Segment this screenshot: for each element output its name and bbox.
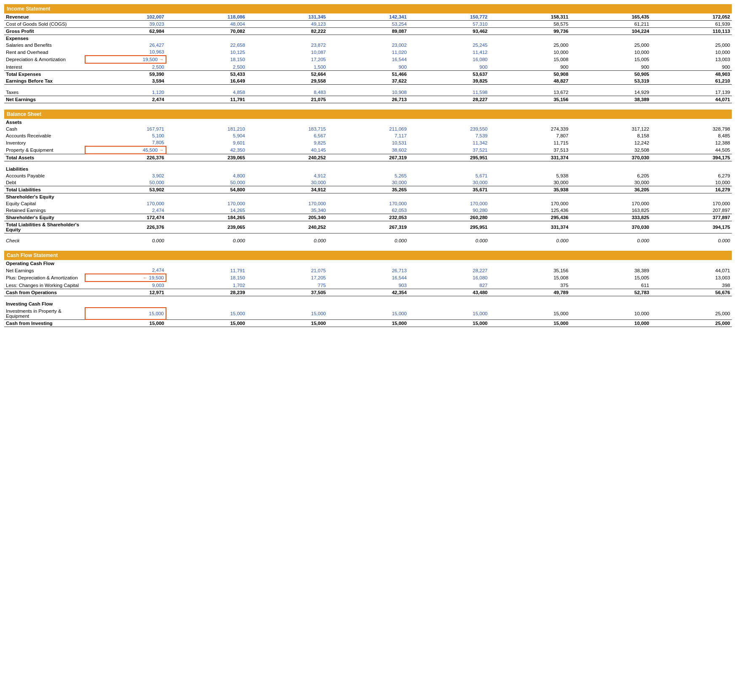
total-liabilities-row: Total Liabilities 53,902 54,800 34,912 3… (4, 186, 732, 193)
revenue-val-1: 102,007 (85, 13, 166, 21)
ta-val-5: 295,951 (408, 154, 489, 161)
total-liabilities-equity-label: Total Liabilities & Shareholder's Equity (4, 221, 85, 233)
wc-val-8: 398 (651, 282, 732, 289)
cash-from-ops-label: Cash from Operations (4, 289, 85, 296)
tl-val-4: 35,265 (328, 186, 409, 193)
inv-prop-val-6: 15,000 (489, 308, 570, 320)
sal-val-3: 23,872 (247, 42, 328, 48)
tle-val-5: 295,951 (408, 221, 489, 233)
equity-capital-row: Equity Capital 170,000 170,000 170,000 1… (4, 200, 732, 207)
cogs-val-7: 61,211 (570, 21, 651, 28)
taxes-row: Taxes 1,120 4,858 8,483 10,908 11,598 13… (4, 89, 732, 96)
tl-val-6: 35,938 (489, 186, 570, 193)
cf-ne-label: Net Earnings (4, 267, 85, 274)
cfo-val-3: 37,505 (247, 289, 328, 296)
cfi-val-3: 15,000 (247, 319, 328, 327)
expenses-header-row: Expenses (4, 35, 732, 42)
cfo-val-7: 52,783 (570, 289, 651, 296)
dep-val-5: 16,080 (408, 56, 489, 63)
ta-val-8: 394,175 (651, 154, 732, 161)
inv-val-1: 7,805 (85, 139, 166, 146)
prop-val-8: 44,505 (651, 146, 732, 154)
ap-val-1: 3,902 (85, 172, 166, 179)
ec-val-3: 170,000 (247, 200, 328, 207)
ar-val-6: 7,807 (489, 132, 570, 139)
debt-val-8: 10,000 (651, 179, 732, 186)
check-val-8: 0.000 (651, 237, 732, 244)
cfi-val-7: 10,000 (570, 319, 651, 327)
tl-val-7: 36,205 (570, 186, 651, 193)
debt-val-1: 50,000 (85, 179, 166, 186)
rent-val-6: 10,000 (489, 48, 570, 56)
inv-val-3: 9,825 (247, 139, 328, 146)
spacer-1 (4, 85, 732, 89)
tle-val-6: 331,374 (489, 221, 570, 233)
investing-cf-label: Investing Cash Flow (4, 300, 732, 308)
te-val-3: 52,664 (247, 71, 328, 78)
cf-ne-val-5: 28,227 (408, 267, 489, 274)
financial-statements-table: Income Statement Reveneue 102,007 118,08… (4, 4, 732, 327)
revenue-val-6: 158,311 (489, 13, 570, 21)
tax-val-2: 4,858 (166, 89, 247, 96)
tle-val-8: 394,175 (651, 221, 732, 233)
check-val-4: 0.000 (328, 237, 409, 244)
total-expenses-row: Total Expenses 59,390 53,433 52,664 51,4… (4, 71, 732, 78)
dep-val-2: 18,150 (166, 56, 247, 63)
inv-prop-val-8: 25,000 (651, 308, 732, 320)
debt-row: Debt 50,000 50,000 30,000 30,000 30,000 … (4, 179, 732, 186)
cash-from-investing-row: Cash from Investing 15,000 15,000 15,000… (4, 319, 732, 327)
cash-flow-header: Cash Flow Statement (4, 251, 732, 260)
cf-depreciation-row: Plus: Depreciation & Amortization 19,500… (4, 274, 732, 282)
prop-val-7: 32,508 (570, 146, 651, 154)
total-assets-label: Total Assets (4, 154, 85, 161)
ta-val-2: 239,065 (166, 154, 247, 161)
wc-val-2: 1,702 (166, 282, 247, 289)
gross-profit-label: Gross Profit (4, 28, 85, 35)
ap-val-7: 6,205 (570, 172, 651, 179)
cf-dep-val-2: 18,150 (166, 274, 247, 282)
tl-val-8: 16,279 (651, 186, 732, 193)
int-val-8: 900 (651, 63, 732, 71)
dep-val-4: 16,544 (328, 56, 409, 63)
dep-val-8: 13,003 (651, 56, 732, 63)
gross-profit-row: Gross Profit 62,984 70,082 82,222 89,087… (4, 28, 732, 35)
sal-val-2: 22,658 (166, 42, 247, 48)
balance-sheet-header: Balance Sheet (4, 110, 732, 119)
debt-val-2: 50,000 (166, 179, 247, 186)
ec-val-8: 170,000 (651, 200, 732, 207)
dep-val-7: 15,005 (570, 56, 651, 63)
cogs-val-1: 39,023 (85, 21, 166, 28)
ebt-val-2: 16,649 (166, 78, 247, 85)
ne-val-1: 2,474 (85, 96, 166, 103)
net-earnings-label: Net Earnings (4, 96, 85, 103)
cogs-val-6: 58,575 (489, 21, 570, 28)
ne-val-4: 26,713 (328, 96, 409, 103)
re-val-3: 35,340 (247, 207, 328, 214)
cf-dep-val-4: 16,544 (328, 274, 409, 282)
ebt-val-1: 3,594 (85, 78, 166, 85)
prop-val-2: 42,350 (166, 146, 247, 154)
investments-row: Investments in Property & Equipment 15,0… (4, 308, 732, 320)
revenue-val-7: 165,435 (570, 13, 651, 21)
inv-prop-val-2: 15,000 (166, 308, 247, 320)
cogs-val-5: 57,310 (408, 21, 489, 28)
wc-val-4: 903 (328, 282, 409, 289)
cash-val-4: 211,069 (328, 126, 409, 132)
sal-val-5: 25,245 (408, 42, 489, 48)
inv-val-7: 12,242 (570, 139, 651, 146)
total-assets-row: Total Assets 226,376 239,065 240,252 267… (4, 154, 732, 161)
cfo-val-5: 43,480 (408, 289, 489, 296)
cash-row: Cash 167,971 181,210 183,715 211,069 239… (4, 126, 732, 132)
tax-val-3: 8,483 (247, 89, 328, 96)
balance-sheet-title: Balance Sheet (4, 110, 732, 119)
se-val-2: 184,265 (166, 214, 247, 221)
ne-val-7: 38,389 (570, 96, 651, 103)
cfi-val-6: 15,000 (489, 319, 570, 327)
revenue-val-3: 131,345 (247, 13, 328, 21)
int-val-4: 900 (328, 63, 409, 71)
inv-val-4: 10,531 (328, 139, 409, 146)
re-val-4: 62,053 (328, 207, 409, 214)
inventory-row: Inventory 7,805 9,601 9,825 10,531 11,34… (4, 139, 732, 146)
se-val-6: 295,436 (489, 214, 570, 221)
re-val-6: 125,436 (489, 207, 570, 214)
